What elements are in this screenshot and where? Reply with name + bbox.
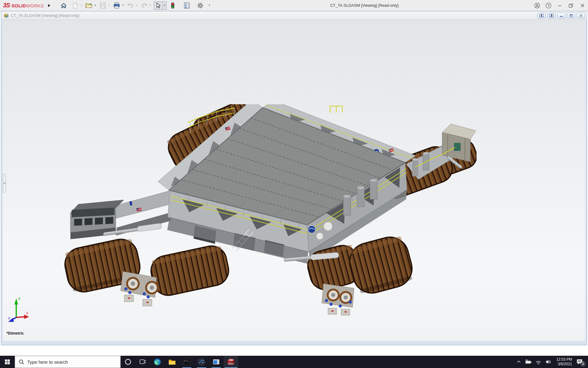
undo-button[interactable] [126,1,135,10]
undo-dropdown[interactable]: ▼ [135,1,138,10]
triad-x-label: X [26,311,28,315]
document-minimize-button[interactable] [557,13,565,18]
clock-date: 3/5/2021 [553,362,572,366]
system-tray: 12:53 PM 3/5/2021 3 [514,356,588,368]
minimize-icon [558,3,562,8]
settings-dropdown[interactable]: ▼ [208,1,211,10]
quick-access-toolbar: ▼ ▼ ▼ [59,1,213,10]
graphics-viewport[interactable]: Y X Z *Dimetric [3,20,585,341]
taskbar-search[interactable] [15,356,121,368]
toggle-left-pane-icon [539,14,544,17]
toggle-right-pane-button[interactable] [547,13,556,18]
save-dropdown[interactable]: ▼ [107,1,111,10]
open-button[interactable] [85,1,93,10]
search-icon [19,359,24,365]
clock-time: 12:53 PM [553,357,572,362]
document-minimize-icon [560,14,563,17]
task-view-icon [139,358,146,366]
solidworks-button[interactable]: SW 2021 [224,356,238,368]
windows-logo-icon [5,359,10,365]
help-button[interactable]: ? [543,0,554,11]
deck-guard-railing [330,106,342,113]
print-dropdown[interactable]: ▼ [121,1,125,10]
new-document-button[interactable] [71,1,80,10]
notification-badge: 3 [581,362,585,366]
open-dropdown[interactable]: ▼ [93,1,97,10]
redo-button[interactable] [140,1,149,10]
file-explorer-button[interactable] [165,356,179,368]
app-window-button[interactable] [209,356,224,368]
close-button[interactable] [577,0,588,11]
evaluate-button[interactable] [183,1,191,10]
reference-triad[interactable]: Y X Z [7,296,32,324]
battery-icon [525,359,532,364]
redo-icon [141,3,148,8]
main-titlebar: 3S SOLID WORKS ▼ [0,0,588,11]
solidworks-logo: 3S SOLID WORKS [3,2,44,9]
tray-chevron-button[interactable] [514,356,524,368]
minimize-button[interactable] [554,0,565,11]
account-icon [534,2,540,9]
model-crawler-transporter[interactable] [51,104,477,319]
battery-status[interactable] [524,356,533,368]
document-window: CT_TA.SLDASM [Viewing] [Read-only] [1,11,587,345]
save-button[interactable] [99,1,107,10]
document-title: CT_TA.SLDASM [Viewing] [Read-only] [11,13,79,18]
featuremanager-splitter-handle[interactable] [3,174,6,192]
triad-z-label: Z [8,317,10,320]
solidworks-icon-year: 2021 [224,362,238,365]
new-document-dropdown[interactable]: ▼ [80,1,83,10]
print-icon [113,2,120,9]
document-titlebar[interactable]: CT_TA.SLDASM [Viewing] [Read-only] [1,11,587,20]
svg-text:?: ? [547,4,549,7]
terminal-button[interactable]: C:\_ [179,356,194,368]
settings-button[interactable] [196,1,205,10]
restore-button[interactable] [565,0,577,11]
traffic-light-icon [171,2,175,9]
toggle-right-pane-icon [549,14,554,17]
view-orientation-label: *Dimetric [6,331,24,335]
solidworks-icon-label: SW [224,358,238,362]
print-button[interactable] [112,1,121,10]
taskbar-clock[interactable]: 12:53 PM 3/5/2021 [553,357,573,366]
document-restore-icon [569,14,573,17]
toggle-left-pane-button[interactable] [537,13,546,18]
account-button[interactable] [531,0,543,11]
select-tool-button[interactable] [154,1,163,10]
cortana-icon [124,358,132,366]
logo-3ds-glyph: 3S [3,2,10,9]
triad-x-arrow [24,315,29,319]
truck-front-left [121,271,158,306]
taskbar-search-input[interactable] [27,359,113,365]
document-close-button[interactable] [577,13,585,18]
wifi-status[interactable] [533,356,543,368]
start-button[interactable] [0,356,15,368]
select-tool-dropdown[interactable]: ▼ [163,2,166,10]
document-close-icon [579,14,583,17]
volume-status[interactable] [543,356,553,368]
window-title: CT_TA.SLDASM [Viewing] [Read-only] [330,0,399,11]
new-document-icon [73,2,78,9]
triad-y-arrow [14,298,18,305]
cortana-button[interactable] [121,356,135,368]
select-cursor-icon [156,2,161,9]
status-traffic-light-button[interactable] [168,1,177,10]
wifi-icon [535,359,542,365]
action-center-button[interactable]: 3 [573,356,586,368]
save-icon [100,2,106,9]
help-icon: ? [545,2,552,9]
document-restore-button[interactable] [567,13,575,18]
menu-flyout-arrow-icon[interactable] [48,4,50,7]
settings-gear-icon [197,2,203,9]
file-explorer-icon [168,358,176,366]
taskbar-apps: C:\_ [121,356,238,368]
window-controls: ? [531,0,588,11]
assembly-document-icon [4,13,9,18]
home-button[interactable] [59,1,68,10]
chevron-up-icon [516,359,521,364]
task-view-button[interactable] [135,356,150,368]
edge-button[interactable] [150,356,165,368]
redo-dropdown[interactable]: ▼ [149,1,152,10]
evaluate-list-icon [184,2,190,9]
hexagon-app-button[interactable] [194,356,209,368]
